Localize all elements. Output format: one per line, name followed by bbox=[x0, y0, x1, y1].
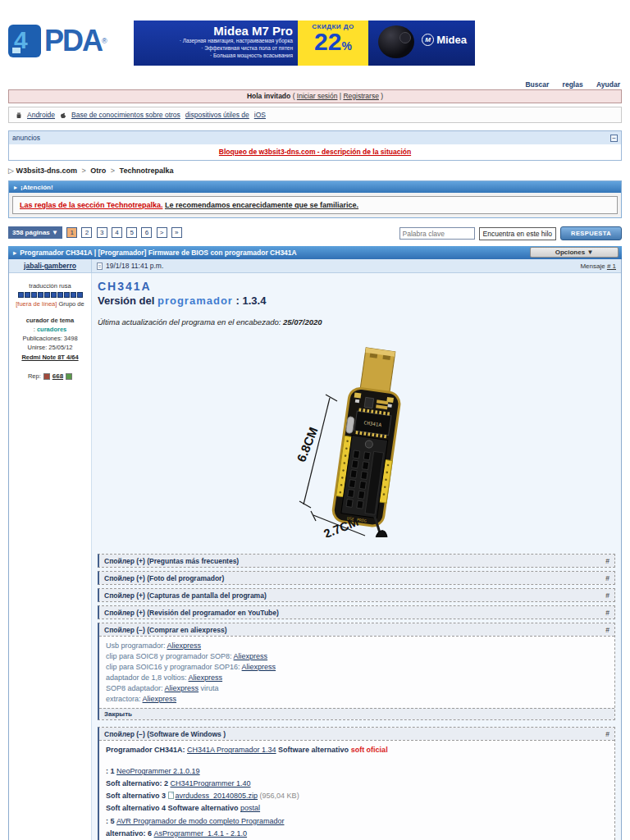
register-link[interactable]: Registrarse bbox=[343, 92, 378, 100]
user-device-link[interactable]: Redmi Note 8T 4/64 bbox=[21, 354, 78, 361]
aliexpress-link[interactable]: Aliexpress bbox=[143, 695, 177, 703]
download-link[interactable]: CH341Programmer 1.40 bbox=[171, 779, 251, 788]
midea-logo-icon: M bbox=[422, 34, 434, 46]
page-button-1[interactable]: 1 bbox=[66, 227, 77, 238]
logo-4-icon: 4 bbox=[8, 25, 41, 57]
find-in-thread-button[interactable]: Encuentra en este hilo bbox=[479, 227, 557, 240]
rep-label: Rep: bbox=[28, 372, 41, 381]
ad-bullet: · Большая мощность всасывания bbox=[134, 52, 293, 60]
collapse-icon[interactable]: − bbox=[610, 135, 618, 142]
spoiler-software: Спойлер (−) (Software de Windows )# Prog… bbox=[98, 727, 615, 840]
page-button-6[interactable]: 6 bbox=[141, 227, 152, 238]
badge-icon bbox=[44, 292, 50, 298]
post: jabali-gamberro 19/1/18 11:41 p.m. Mensa… bbox=[8, 259, 622, 840]
spoiler-photo: Спойлер (+) (Foto del programador)# bbox=[98, 571, 615, 585]
badge-icon bbox=[38, 292, 43, 298]
spoiler-faq: Спойлер (+) (Preguntas más frecuentes)# bbox=[98, 554, 615, 568]
page-button-2[interactable]: 2 bbox=[81, 227, 92, 238]
attachment-link[interactable]: avrdudess_20140805.zip bbox=[176, 792, 258, 800]
ad-banner[interactable]: Midea M7 Pro · Лазерная навигация, настр… bbox=[134, 21, 475, 66]
login-link[interactable]: Iniciar sesión bbox=[297, 92, 338, 100]
separator: | bbox=[340, 92, 341, 100]
reply-button[interactable]: RESPUESTA bbox=[560, 226, 622, 240]
post-icon[interactable] bbox=[97, 262, 103, 270]
programmer-link[interactable]: programador bbox=[158, 294, 233, 307]
spoiler-title[interactable]: Спойлер (+) (Revisión del programador en… bbox=[104, 609, 279, 617]
section-rules-link[interactable]: Las reglas de la sección Technotrepalka. bbox=[20, 201, 162, 209]
nav-useful-devices-link[interactable]: dispositivos útiles de bbox=[185, 111, 249, 119]
guest-bar: Hola invitado ( Iniciar sesión | Registr… bbox=[8, 89, 622, 103]
page-button-last[interactable]: » bbox=[171, 227, 182, 238]
spoiler-title[interactable]: Спойлер (−) (Comprar en aliexpress) bbox=[104, 626, 227, 634]
nav-knowledge-base-link[interactable]: Base de conocimientos sobre otros bbox=[71, 111, 180, 119]
download-link[interactable]: CH341A Programador 1.34 bbox=[187, 746, 276, 754]
download-link[interactable]: NeoProgrammer 2.1.0.19 bbox=[116, 767, 200, 775]
top-banner-area: 4 PDA ® Midea M7 Pro · Лазерная навигаци… bbox=[0, 0, 630, 78]
breadcrumb-icon: ▷ bbox=[8, 167, 14, 175]
anchor-link[interactable]: # bbox=[605, 591, 609, 600]
updated-label: Última actualización del programa en el … bbox=[98, 317, 283, 326]
forum-logo[interactable]: 4 PDA ® bbox=[8, 25, 107, 57]
shop-line: Usb programador: Aliexpress bbox=[106, 641, 608, 651]
anchor-link[interactable]: # bbox=[605, 609, 609, 617]
download-link[interactable]: AVR Programador de modo completo Program… bbox=[116, 817, 284, 825]
midea-brand: M Midea bbox=[422, 34, 467, 46]
anchor-link[interactable]: # bbox=[605, 574, 609, 582]
spoiler-title[interactable]: Спойлер (+) (Preguntas más frecuentes) bbox=[104, 557, 239, 565]
download-link[interactable]: AsProgrammer_1.4.1 - 2.1.0 bbox=[154, 829, 248, 838]
nav-ios-link[interactable]: iOS bbox=[254, 111, 266, 119]
breadcrumb-root[interactable]: W3bsit3-dns.com bbox=[16, 167, 77, 175]
pages-dropdown[interactable]: 358 páginas ▼ bbox=[8, 226, 62, 239]
attention-block: ▸ ¡Atención! Las reglas de la sección Te… bbox=[8, 180, 622, 218]
page-button-4[interactable]: 4 bbox=[112, 227, 122, 238]
ad-text-block: Midea M7 Pro · Лазерная навигация, настр… bbox=[134, 21, 298, 66]
breadcrumb-sep: > bbox=[108, 167, 117, 175]
post-date: 19/1/18 11:41 p.m. bbox=[106, 262, 163, 270]
author-link[interactable]: jabali-gamberro bbox=[24, 262, 76, 270]
aliexpress-link[interactable]: Aliexpress bbox=[242, 663, 276, 671]
message-number-link[interactable]: # 1 bbox=[607, 262, 616, 270]
rules-link[interactable]: reglas bbox=[563, 80, 583, 89]
nav-android-link[interactable]: Androide bbox=[27, 111, 55, 119]
dimension-height-label: 6.8CM bbox=[294, 425, 320, 463]
spoiler-title[interactable]: Спойлер (+) (Capturas de pantalla del pr… bbox=[104, 591, 267, 600]
apple-icon bbox=[60, 112, 66, 119]
keyword-search-input[interactable] bbox=[399, 227, 475, 240]
anchor-link[interactable]: # bbox=[605, 557, 609, 565]
help-link[interactable]: Ayudar bbox=[596, 80, 620, 89]
aliexpress-link[interactable]: Aliexpress bbox=[167, 641, 202, 650]
search-link[interactable]: Buscar bbox=[525, 80, 549, 89]
aliexpress-link[interactable]: Aliexpress bbox=[165, 684, 199, 692]
group-link[interactable]: curadores bbox=[37, 326, 66, 333]
page-button-5[interactable]: 5 bbox=[126, 227, 137, 238]
page-button-3[interactable]: 3 bbox=[97, 227, 107, 238]
announcement-link[interactable]: Bloqueo de w3bsit3-dns.com - descripción… bbox=[219, 148, 411, 156]
spoiler-title[interactable]: Спойлер (+) (Foto del programador) bbox=[104, 574, 224, 582]
rep-plus-icon[interactable] bbox=[66, 373, 72, 380]
badge-icon bbox=[31, 292, 37, 298]
anchor-link[interactable]: # bbox=[605, 730, 609, 738]
version-label: Versión del bbox=[98, 294, 158, 307]
aliexpress-link[interactable]: Aliexpress bbox=[189, 673, 223, 682]
options-button[interactable]: Opciones ▼ bbox=[530, 247, 619, 258]
breadcrumb-category[interactable]: Otro bbox=[90, 167, 106, 175]
topic-title-bar: ▸ Programador CH341A | [Programador] Fir… bbox=[8, 246, 622, 259]
close-spoiler-link[interactable]: Закрыть bbox=[104, 710, 132, 718]
aliexpress-link[interactable]: Aliexpress bbox=[234, 652, 268, 660]
breadcrumb-section[interactable]: Technotrepalka bbox=[120, 167, 174, 175]
badge-icon bbox=[51, 292, 57, 298]
rep-value-link[interactable]: 668 bbox=[52, 372, 63, 381]
anchor-link[interactable]: # bbox=[605, 626, 609, 634]
section-navbar: Androide Base de conocimientos sobre otr… bbox=[8, 107, 622, 123]
arrow-icon: ▸ bbox=[13, 249, 16, 257]
rep-minus-icon[interactable] bbox=[43, 373, 50, 380]
spoiler-title[interactable]: Спойлер (−) (Software de Windows ) bbox=[104, 730, 226, 738]
software-line: Soft alternativo 3 avrdudess_20140805.zi… bbox=[106, 791, 608, 801]
badge-icon bbox=[77, 292, 83, 298]
posts-count: Publicaciones: 3498 bbox=[9, 334, 91, 343]
page-button-next[interactable]: > bbox=[157, 227, 167, 238]
download-link[interactable]: postal bbox=[240, 804, 260, 812]
badge-icon bbox=[64, 292, 70, 298]
badge-icon bbox=[71, 292, 76, 298]
shop-line: adaptador de 1,8 voltios: Aliexpress bbox=[106, 673, 608, 683]
